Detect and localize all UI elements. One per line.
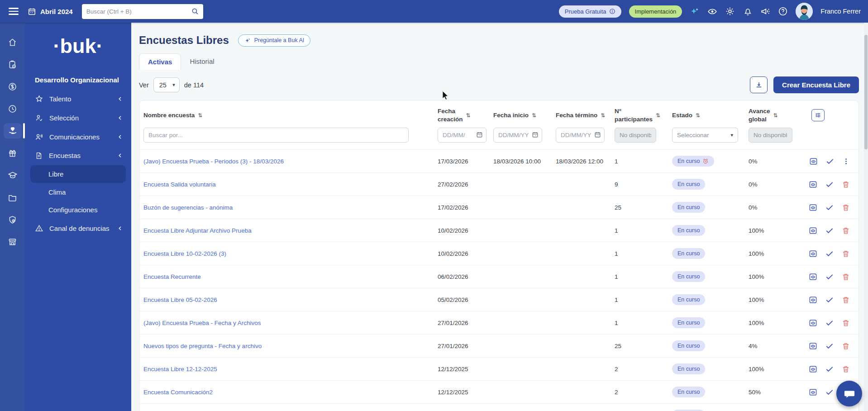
survey-name-link[interactable]: Encuesta Libre 12-12-2025: [143, 366, 217, 373]
survey-name-link[interactable]: Encuesta Libre 05-02-2026: [143, 296, 217, 303]
survey-name-link[interactable]: (Javo) Encuesta Prueba - Periodos (3) - …: [143, 158, 284, 165]
delete-icon[interactable]: [842, 272, 850, 281]
ask-buk-ai-button[interactable]: Pregúntale a Buk AI: [238, 34, 311, 47]
end-date-filter[interactable]: [556, 128, 605, 143]
folder-icon[interactable]: [4, 190, 22, 205]
delete-icon[interactable]: [842, 296, 850, 304]
approve-icon[interactable]: [825, 272, 834, 281]
shield-icon[interactable]: [4, 212, 22, 227]
gear-icon[interactable]: [725, 6, 735, 16]
hand-heart-icon[interactable]: [4, 123, 22, 139]
approve-icon[interactable]: [825, 318, 834, 327]
search-icon[interactable]: [187, 7, 203, 15]
chat-widget-button[interactable]: [836, 381, 862, 406]
survey-name-link[interactable]: Buzón de sugerencias - anónima: [143, 204, 233, 211]
preview-icon[interactable]: [809, 249, 817, 258]
gift-icon[interactable]: [4, 145, 22, 161]
hamburger-menu-icon[interactable]: [9, 6, 19, 17]
global-search-input[interactable]: [82, 8, 187, 15]
user-name[interactable]: Franco Ferrer: [820, 8, 861, 15]
survey-name-link[interactable]: Encuesta Recurrente: [143, 273, 201, 280]
home-icon[interactable]: [4, 34, 22, 50]
survey-name-link[interactable]: (Javo) Encuesta Prueba - Fecha y Archivo…: [143, 320, 261, 326]
delete-icon[interactable]: [842, 365, 850, 373]
creation-date-filter[interactable]: [438, 128, 486, 143]
survey-name-link[interactable]: Encuesta Libre Adjuntar Archivo Prueba: [143, 227, 252, 234]
help-icon[interactable]: [778, 6, 788, 16]
approve-icon[interactable]: [825, 364, 834, 373]
sidebar-item-encuestas[interactable]: Encuestas: [25, 146, 131, 165]
tab-activas[interactable]: Activas: [139, 53, 181, 70]
download-button[interactable]: [750, 76, 768, 93]
eye-icon[interactable]: [707, 6, 717, 16]
preview-icon[interactable]: [809, 342, 817, 350]
approve-icon[interactable]: [825, 295, 834, 304]
table-row: Encuesta Comunicación212/12/20252En curs…: [139, 380, 858, 403]
sidebar-item-comunicaciones[interactable]: Comunicaciones: [25, 127, 131, 146]
graduation-icon[interactable]: [4, 167, 22, 183]
sort-icon[interactable]: ⇅: [773, 112, 778, 119]
chevron-down-icon: ▾: [172, 82, 175, 88]
page-size-select[interactable]: 25 ▾: [153, 77, 180, 92]
preview-icon[interactable]: [809, 319, 817, 327]
survey-name-link[interactable]: Encuesta Libre 10-02-2026 (3): [143, 250, 226, 257]
name-filter-input[interactable]: [143, 128, 409, 143]
delete-icon[interactable]: [842, 249, 850, 258]
ai-sparkle-icon[interactable]: [690, 6, 700, 16]
tab-historial[interactable]: Historial: [181, 53, 223, 70]
delete-icon[interactable]: [842, 319, 850, 327]
delete-icon[interactable]: [842, 180, 850, 189]
bell-icon[interactable]: [743, 6, 753, 16]
preview-icon[interactable]: [809, 157, 818, 166]
trial-badge[interactable]: Prueba Gratuita: [559, 5, 621, 18]
delete-icon[interactable]: [842, 342, 850, 350]
scrollbar-thumb[interactable]: [864, 35, 868, 149]
sort-icon[interactable]: ⇅: [466, 112, 471, 119]
survey-name-link[interactable]: Encuesta Comunicación2: [143, 389, 213, 396]
preview-icon[interactable]: [809, 226, 817, 235]
create-survey-button[interactable]: Crear Encuesta Libre: [773, 76, 859, 93]
survey-name-link[interactable]: Nuevos tipos de pregunta - Fecha y archi…: [143, 343, 262, 349]
sort-icon[interactable]: ⇅: [601, 112, 605, 119]
delete-icon[interactable]: [842, 226, 850, 235]
sidebar-subitem-configuraciones[interactable]: Configuraciones: [25, 201, 131, 219]
user-avatar[interactable]: [796, 3, 813, 20]
approve-icon[interactable]: [825, 387, 834, 397]
implementation-badge[interactable]: Implementación: [629, 5, 682, 18]
preview-icon[interactable]: [809, 203, 817, 212]
start-date-filter[interactable]: [493, 128, 542, 143]
column-settings-button[interactable]: [811, 109, 825, 121]
approve-icon[interactable]: [825, 341, 834, 350]
clipboard-clock-icon[interactable]: [4, 57, 22, 72]
survey-name-link[interactable]: Encuesta Salida voluntaria: [143, 181, 216, 188]
estado-filter-select[interactable]: Seleccionar▾: [672, 128, 738, 143]
approve-icon[interactable]: [825, 249, 834, 258]
sidebar-item-seleccion[interactable]: Selección: [25, 108, 131, 127]
sidebar-panel: ·buk· Desarrollo Organizacional Talento …: [25, 23, 131, 411]
megaphone-icon[interactable]: [760, 6, 770, 16]
sort-icon[interactable]: ⇅: [198, 112, 202, 119]
sidebar-item-talento[interactable]: Talento: [25, 89, 131, 108]
sort-icon[interactable]: ⇅: [656, 112, 660, 119]
preview-icon[interactable]: [809, 388, 817, 397]
preview-icon[interactable]: [809, 180, 817, 189]
money-icon[interactable]: [4, 79, 22, 94]
sort-icon[interactable]: ⇅: [532, 112, 536, 119]
approve-icon[interactable]: [825, 203, 834, 212]
preview-icon[interactable]: [809, 272, 817, 281]
month-picker[interactable]: Abril 2024: [28, 7, 73, 16]
sidebar-subitem-libre[interactable]: Libre: [30, 165, 126, 183]
sidebar-item-canal-denuncias[interactable]: Canal de denuncias: [25, 219, 131, 238]
store-icon[interactable]: [4, 234, 22, 249]
clock-icon[interactable]: [4, 101, 22, 116]
approve-icon[interactable]: [825, 157, 835, 166]
row-menu-icon[interactable]: [842, 158, 850, 165]
participants-count: 1: [615, 250, 672, 257]
approve-icon[interactable]: [825, 180, 834, 189]
preview-icon[interactable]: [809, 365, 817, 373]
approve-icon[interactable]: [825, 226, 834, 235]
sidebar-subitem-clima[interactable]: Clima: [25, 183, 131, 201]
sort-icon[interactable]: ⇅: [696, 112, 700, 119]
delete-icon[interactable]: [842, 203, 850, 212]
preview-icon[interactable]: [809, 296, 817, 304]
